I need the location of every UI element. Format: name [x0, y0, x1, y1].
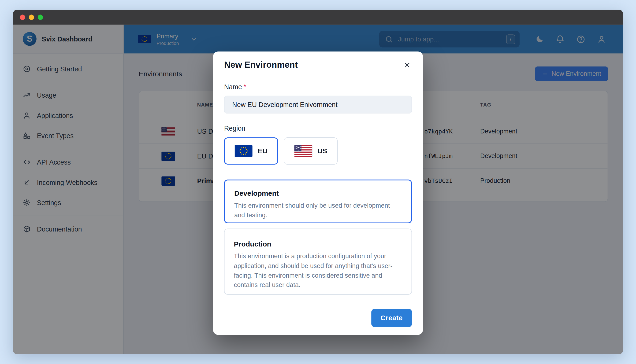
create-button[interactable]: Create	[371, 309, 412, 327]
zoom-window-button[interactable]	[38, 14, 43, 20]
env-type-option-production[interactable]: Production This environment is a product…	[224, 229, 412, 295]
modal-close-button[interactable]	[403, 60, 412, 70]
eu-flag-icon	[235, 145, 252, 157]
minimize-window-button[interactable]	[29, 14, 34, 20]
environment-name-input[interactable]	[224, 96, 412, 114]
us-flag-icon	[294, 145, 312, 157]
region-field-label: Region	[224, 124, 412, 132]
new-environment-modal: New Environment Name* Region EU	[213, 52, 423, 335]
modal-header: New Environment	[224, 60, 412, 70]
app-window: S Svix Dashboard Getting Started	[13, 10, 623, 354]
env-type-title: Production	[234, 240, 402, 248]
env-type-description: This environment should only be used for…	[234, 201, 402, 220]
close-icon	[403, 61, 411, 69]
env-type-description: This environment is a production configu…	[234, 252, 402, 290]
name-field-label: Name*	[224, 83, 412, 91]
app-body: S Svix Dashboard Getting Started	[13, 25, 623, 354]
region-option-label: EU	[258, 147, 268, 155]
modal-title: New Environment	[224, 60, 298, 70]
region-option-us[interactable]: US	[284, 138, 338, 164]
required-asterisk: *	[244, 83, 246, 90]
region-option-label: US	[317, 147, 327, 155]
env-type-option-development[interactable]: Development This environment should only…	[224, 180, 412, 223]
close-window-button[interactable]	[20, 14, 25, 20]
region-option-eu[interactable]: EU	[224, 138, 278, 164]
name-label-text: Name	[224, 83, 242, 90]
env-type-title: Development	[234, 189, 402, 198]
window-titlebar	[13, 10, 623, 25]
desktop-background: S Svix Dashboard Getting Started	[0, 0, 636, 364]
region-options: EU US	[224, 138, 412, 164]
